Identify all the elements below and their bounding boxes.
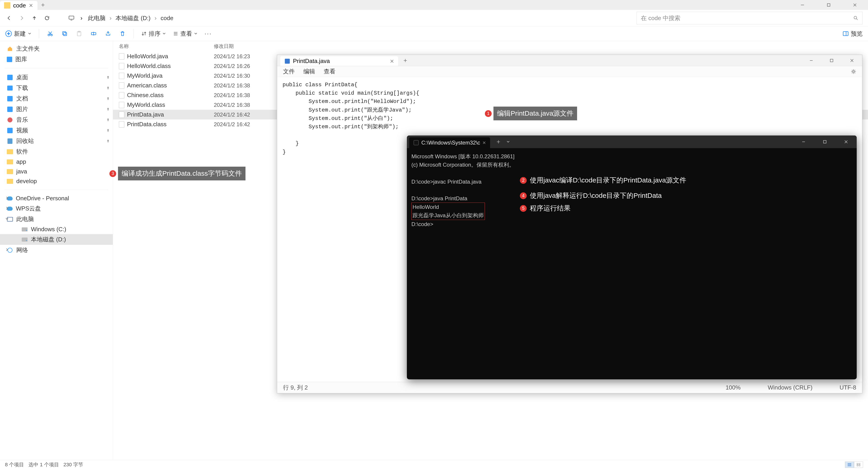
crumb-this-pc[interactable]: 此电脑 [88, 14, 105, 22]
file-icon [119, 121, 124, 128]
sidebar-d-drive[interactable]: 本地磁盘 (D:) [0, 234, 113, 245]
up-button[interactable] [31, 14, 38, 22]
sidebar-quick-6[interactable]: 回收站 [0, 136, 113, 146]
folder-icon [7, 178, 13, 185]
close-tab-icon[interactable] [391, 60, 394, 63]
terminal-output[interactable]: Microsoft Windows [版本 10.0.22631.2861] (… [407, 148, 857, 232]
new-button[interactable]: 新建 [5, 30, 31, 38]
sidebar-network[interactable]: 网络 [0, 245, 113, 256]
chevron-right-icon [5, 248, 9, 252]
share-icon[interactable] [105, 30, 112, 37]
close-button[interactable] [842, 55, 862, 66]
search-input[interactable]: 在 code 中搜索 [637, 12, 863, 24]
icons-view-button[interactable] [854, 462, 863, 468]
new-tab-button[interactable] [493, 135, 504, 148]
svg-rect-14 [859, 465, 860, 466]
paste-icon[interactable] [76, 30, 83, 37]
annotation-number-icon: 2 [520, 177, 527, 184]
sidebar-quick-8[interactable]: app [0, 157, 113, 167]
chevron-down-icon [5, 217, 9, 221]
cursor-position: 行 9, 列 2 [283, 383, 308, 392]
annotation-3: 3 编译成功生成PrintData.class字节码文件 [110, 167, 246, 180]
sidebar-wps[interactable]: WPS云盘 [0, 203, 113, 214]
close-tab-icon[interactable] [483, 141, 486, 144]
sidebar-quick-9[interactable]: java [0, 167, 113, 176]
menu-edit[interactable]: 编辑 [303, 68, 315, 75]
maximize-button[interactable] [815, 0, 842, 10]
folder-icon [7, 138, 13, 144]
close-button[interactable] [835, 135, 857, 148]
sidebar-quick-0[interactable]: 桌面 [0, 72, 113, 82]
more-icon[interactable]: ··· [205, 30, 212, 37]
sidebar-quick-10[interactable]: develop [0, 176, 113, 186]
maximize-button[interactable] [814, 135, 835, 148]
sidebar-home[interactable]: 主文件夹 [0, 43, 113, 54]
maximize-button[interactable] [822, 55, 842, 66]
folder-icon [7, 106, 13, 112]
explorer-window-controls [789, 0, 868, 10]
drive-icon [22, 236, 28, 243]
settings-icon[interactable] [851, 69, 856, 74]
minimize-button[interactable] [789, 0, 815, 10]
new-tab-button[interactable] [37, 0, 49, 10]
sidebar-gallery[interactable]: 图库 [0, 54, 113, 65]
details-view-button[interactable] [845, 462, 854, 468]
tab-dropdown-button[interactable] [504, 135, 513, 148]
sort-button[interactable]: 排序 [142, 30, 165, 38]
col-name[interactable]: 名称 [119, 43, 214, 50]
view-icon [173, 31, 178, 36]
column-headers[interactable]: 名称 修改日期 [113, 41, 868, 52]
annotation-number-icon: 1 [485, 110, 492, 117]
file-icon [119, 111, 124, 118]
col-date[interactable]: 修改日期 [214, 43, 277, 50]
back-button[interactable] [5, 14, 13, 22]
svg-rect-0 [827, 4, 830, 6]
pin-icon [106, 139, 110, 143]
status-size: 230 字节 [64, 461, 83, 468]
svg-point-16 [852, 71, 855, 72]
sidebar-quick-3[interactable]: 图片 [0, 104, 113, 114]
search-placeholder: 在 code 中搜索 [641, 14, 680, 22]
explorer-tab[interactable]: code [0, 1, 37, 10]
sidebar-quick-4[interactable]: 音乐 [0, 114, 113, 125]
menu-view[interactable]: 查看 [324, 68, 336, 75]
new-tab-button[interactable] [403, 55, 407, 66]
copy-icon[interactable] [61, 30, 68, 37]
svg-rect-5 [63, 32, 66, 35]
delete-icon[interactable] [119, 30, 126, 37]
rename-icon[interactable] [90, 30, 97, 37]
close-tab-icon[interactable] [29, 3, 33, 8]
terminal-tab[interactable]: C:\Windows\System32\c [409, 137, 490, 148]
refresh-button[interactable] [43, 14, 51, 22]
folder-icon [7, 96, 13, 102]
sidebar-c-drive[interactable]: Windows (C:) [0, 225, 113, 234]
gallery-icon [7, 57, 12, 62]
sidebar-quick-1[interactable]: 下载 [0, 82, 113, 93]
view-button[interactable]: 查看 [173, 30, 197, 38]
sidebar-this-pc[interactable]: 此电脑 [0, 214, 113, 225]
explorer-toolbar: 新建 排序 查看 ··· 预览 [0, 26, 868, 41]
preview-button[interactable]: 预览 [843, 30, 863, 38]
svg-rect-17 [824, 140, 826, 143]
crumb-code[interactable]: code [161, 15, 174, 22]
sidebar-quick-7[interactable]: 软件 [0, 146, 113, 157]
chevron-down-icon [194, 32, 197, 35]
crumb-d-drive[interactable]: 本地磁盘 (D:) [116, 14, 151, 22]
minimize-button[interactable] [793, 135, 814, 148]
forward-button[interactable] [18, 14, 25, 22]
minimize-button[interactable] [801, 55, 822, 66]
folder-icon [7, 168, 13, 175]
cut-icon[interactable] [47, 30, 54, 37]
close-button[interactable] [842, 0, 868, 10]
sidebar-quick-5[interactable]: 视频 [0, 125, 113, 136]
sidebar-onedrive[interactable]: OneDrive - Personal [0, 194, 113, 203]
menu-file[interactable]: 文件 [283, 68, 295, 75]
notepad-tab[interactable]: PrintData.java [280, 56, 398, 66]
annotation-number-icon: 3 [110, 170, 116, 177]
sidebar-quick-2[interactable]: 文档 [0, 93, 113, 104]
explorer-sidebar: 主文件夹 图库 桌面下载文档图片音乐视频回收站软件appjavadevelop … [0, 41, 113, 460]
pc-icon[interactable] [68, 14, 75, 22]
breadcrumb: 此电脑› 本地磁盘 (D:)› code [88, 14, 174, 22]
pin-icon [106, 76, 110, 79]
explorer-address-bar: › 此电脑› 本地磁盘 (D:)› code 在 code 中搜索 [0, 10, 868, 26]
